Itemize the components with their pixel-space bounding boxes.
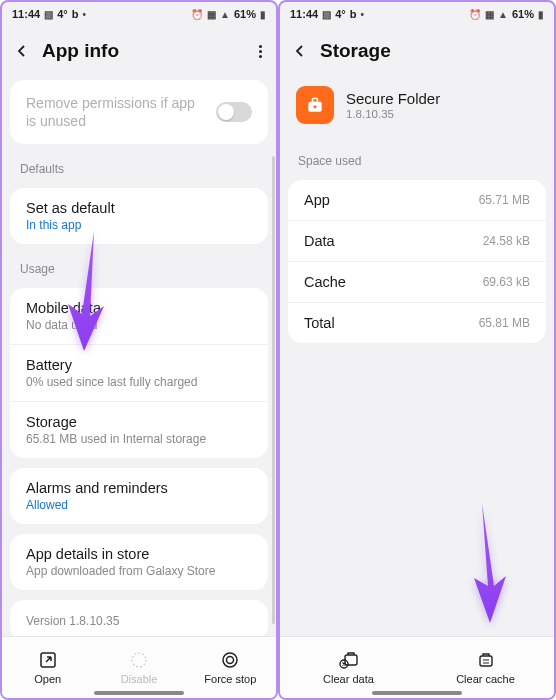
app-details-sub: App downloaded from Galaxy Store — [26, 564, 252, 578]
svg-point-3 — [227, 656, 234, 663]
nav-handle[interactable] — [372, 691, 462, 695]
battery-sub: 0% used since last fully charged — [26, 375, 252, 389]
signal-icon: ▲ — [498, 9, 508, 20]
clear-data-button[interactable]: Clear data — [280, 637, 417, 698]
space-total-value: 65.81 MB — [479, 316, 530, 330]
svg-rect-7 — [345, 655, 357, 665]
open-label: Open — [34, 673, 61, 685]
space-total-label: Total — [304, 315, 335, 331]
usage-section-label: Usage — [2, 248, 276, 284]
status-battery: 61% — [512, 8, 534, 20]
lte-icon: ▦ — [485, 9, 494, 20]
alarm-icon: ⏰ — [191, 9, 203, 20]
space-data-value: 24.58 kB — [483, 234, 530, 248]
battery-icon: ▮ — [538, 9, 544, 20]
set-as-default-sub: In this app — [26, 218, 252, 232]
status-battery: 61% — [234, 8, 256, 20]
app-details-title: App details in store — [26, 546, 252, 562]
page-title: App info — [42, 40, 244, 62]
back-icon[interactable] — [294, 45, 306, 57]
set-as-default-row[interactable]: Set as default In this app — [10, 188, 268, 244]
status-brand: b — [72, 8, 79, 20]
status-temp: 4° — [57, 8, 68, 20]
battery-icon: ▮ — [260, 9, 266, 20]
scroll-area: Secure Folder 1.8.10.35 Space used App 6… — [280, 76, 554, 636]
version-row: Version 1.8.10.35 — [10, 600, 268, 636]
clear-data-label: Clear data — [323, 673, 374, 685]
header: Storage — [280, 26, 554, 76]
force-stop-button[interactable]: Force stop — [185, 637, 276, 698]
bottom-bar: Open Disable Force stop — [2, 636, 276, 698]
clear-cache-button[interactable]: Clear cache — [417, 637, 554, 698]
space-used-label: Space used — [280, 140, 554, 176]
alarms-title: Alarms and reminders — [26, 480, 252, 496]
force-stop-label: Force stop — [204, 673, 256, 685]
nav-handle[interactable] — [94, 691, 184, 695]
clear-cache-icon — [477, 651, 495, 669]
defaults-section-label: Defaults — [2, 148, 276, 184]
dot-icon: • — [360, 9, 364, 20]
disable-button[interactable]: Disable — [93, 637, 184, 698]
svg-point-2 — [223, 653, 237, 667]
space-total-row: Total 65.81 MB — [288, 303, 546, 343]
more-icon[interactable] — [258, 45, 262, 58]
statusbar: 11:44 ▧ 4° b • ⏰ ▦ ▲ 61% ▮ — [280, 2, 554, 26]
bottom-bar: Clear data Clear cache — [280, 636, 554, 698]
page-title: Storage — [320, 40, 540, 62]
picture-icon: ▧ — [322, 9, 331, 20]
space-app-label: App — [304, 192, 330, 208]
space-app-value: 65.71 MB — [479, 193, 530, 207]
statusbar: 11:44 ▧ 4° b • ⏰ ▦ ▲ 61% ▮ — [2, 2, 276, 26]
mobile-data-row[interactable]: Mobile data No data used — [10, 288, 268, 345]
scroll-area: Remove permissions if app is unused Defa… — [2, 76, 276, 636]
space-cache-label: Cache — [304, 274, 346, 290]
remove-permissions-row[interactable]: Remove permissions if app is unused — [10, 80, 268, 144]
battery-row[interactable]: Battery 0% used since last fully charged — [10, 345, 268, 402]
alarms-sub: Allowed — [26, 498, 252, 512]
svg-rect-5 — [313, 98, 318, 102]
open-button[interactable]: Open — [2, 637, 93, 698]
alarms-row[interactable]: Alarms and reminders Allowed — [10, 468, 268, 524]
svg-point-6 — [314, 105, 317, 108]
screen-storage: 11:44 ▧ 4° b • ⏰ ▦ ▲ 61% ▮ Storage Secur… — [278, 0, 556, 700]
space-data-row: Data 24.58 kB — [288, 221, 546, 262]
lte-icon: ▦ — [207, 9, 216, 20]
storage-title: Storage — [26, 414, 252, 430]
remove-permissions-toggle[interactable] — [216, 102, 252, 122]
signal-icon: ▲ — [220, 9, 230, 20]
space-cache-row: Cache 69.63 kB — [288, 262, 546, 303]
alarm-icon: ⏰ — [469, 9, 481, 20]
storage-sub: 65.81 MB used in Internal storage — [26, 432, 252, 446]
header: App info — [2, 26, 276, 76]
space-data-label: Data — [304, 233, 335, 249]
mobile-data-sub: No data used — [26, 318, 252, 332]
screen-app-info: 11:44 ▧ 4° b • ⏰ ▦ ▲ 61% ▮ App info Remo… — [0, 0, 278, 700]
svg-point-1 — [132, 653, 146, 667]
back-icon[interactable] — [16, 45, 28, 57]
disable-label: Disable — [121, 673, 158, 685]
app-details-row[interactable]: App details in store App downloaded from… — [10, 534, 268, 590]
status-time: 11:44 — [12, 8, 40, 20]
clear-data-icon — [339, 651, 359, 669]
open-icon — [39, 651, 57, 669]
mobile-data-title: Mobile data — [26, 300, 252, 316]
clear-cache-label: Clear cache — [456, 673, 515, 685]
app-name: Secure Folder — [346, 90, 440, 107]
space-app-row: App 65.71 MB — [288, 180, 546, 221]
status-temp: 4° — [335, 8, 346, 20]
scrollbar[interactable] — [272, 156, 275, 624]
svg-rect-9 — [480, 656, 492, 666]
storage-row[interactable]: Storage 65.81 MB used in Internal storag… — [10, 402, 268, 458]
app-header: Secure Folder 1.8.10.35 — [280, 76, 554, 140]
app-version: 1.8.10.35 — [346, 108, 440, 120]
version-text: Version 1.8.10.35 — [26, 614, 252, 628]
status-brand: b — [350, 8, 357, 20]
battery-title: Battery — [26, 357, 252, 373]
disable-icon — [130, 651, 148, 669]
set-as-default-title: Set as default — [26, 200, 252, 216]
dot-icon: • — [82, 9, 86, 20]
force-stop-icon — [221, 651, 239, 669]
secure-folder-icon — [296, 86, 334, 124]
space-cache-value: 69.63 kB — [483, 275, 530, 289]
remove-permissions-label: Remove permissions if app is unused — [26, 94, 206, 130]
